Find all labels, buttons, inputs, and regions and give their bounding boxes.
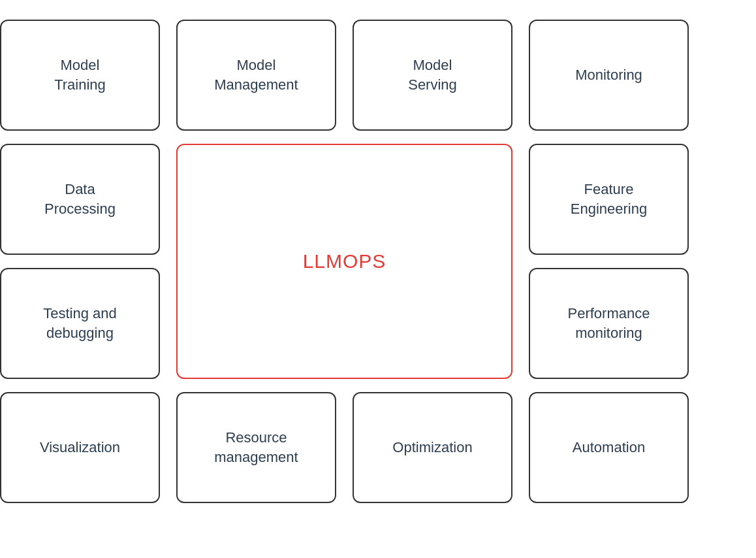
automation-label: Automation	[573, 438, 645, 457]
resource-management-card: Resource management	[176, 392, 336, 503]
visualization-card: Visualization	[0, 392, 160, 503]
data-processing-card: Data Processing	[0, 144, 160, 255]
performance-monitoring-card: Performance monitoring	[529, 268, 689, 379]
visualization-label: Visualization	[40, 438, 120, 457]
model-training-card: Model Training	[0, 20, 160, 131]
monitoring-card: Monitoring	[529, 20, 689, 131]
testing-debugging-card: Testing and debugging	[0, 268, 160, 379]
monitoring-label: Monitoring	[575, 65, 642, 85]
resource-management-label: Resource management	[214, 428, 298, 467]
model-management-label: Model Management	[214, 56, 298, 94]
model-serving-card: Model Serving	[353, 20, 512, 131]
optimization-label: Optimization	[392, 438, 472, 457]
model-training-label: Model Training	[54, 56, 106, 94]
performance-monitoring-label: Performance monitoring	[568, 304, 650, 342]
automation-card: Automation	[529, 392, 689, 503]
model-serving-label: Model Serving	[408, 56, 457, 94]
data-processing-label: Data Processing	[44, 180, 116, 218]
feature-engineering-label: Feature Engineering	[571, 180, 647, 218]
optimization-card: Optimization	[353, 392, 512, 503]
testing-debugging-label: Testing and debugging	[43, 304, 117, 342]
llmops-label: LLMOPS	[303, 250, 386, 272]
llmops-card: LLMOPS	[176, 144, 512, 379]
model-management-card: Model Management	[176, 20, 336, 131]
feature-engineering-card: Feature Engineering	[529, 144, 689, 255]
